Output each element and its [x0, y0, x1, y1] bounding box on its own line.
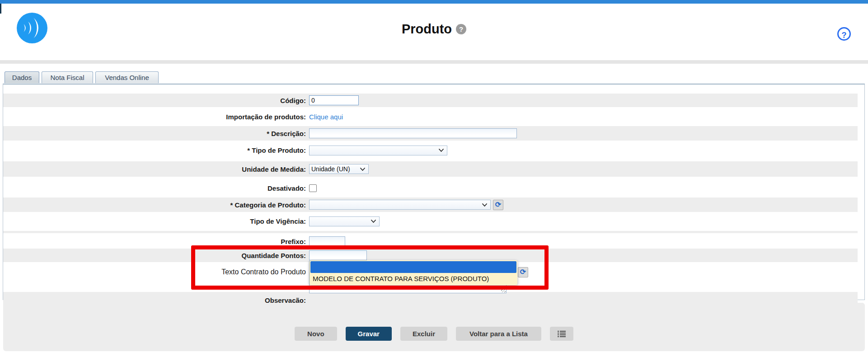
importacao-link[interactable]: Clique aqui [309, 113, 343, 121]
excluir-button[interactable]: Excluir [400, 327, 447, 341]
prefixo-label: Prefixo: [3, 238, 306, 245]
row-desativado: Desativado: [3, 180, 858, 196]
footer-bar: Novo Gravar Excluir Voltar para a Lista [3, 303, 865, 351]
unidade-label: Unidade de Medida: [3, 165, 306, 173]
tab-nota-fiscal[interactable]: Nota Fiscal [42, 71, 93, 83]
voltar-para-lista-button[interactable]: Voltar para a Lista [456, 327, 541, 341]
row-prefixo: Prefixo: [3, 235, 858, 248]
left-edge-tick [0, 4, 1, 14]
dropdown-option-empty[interactable] [310, 261, 516, 273]
row-importacao: Importação de produtos: Clique aqui [3, 109, 858, 124]
novo-button[interactable]: Novo [295, 327, 337, 341]
title-help-icon[interactable]: ? [456, 24, 466, 34]
prefixo-input[interactable] [309, 236, 345, 246]
list-icon [557, 330, 566, 338]
categoria-select[interactable] [309, 200, 491, 210]
page-header: Produto? [0, 22, 868, 37]
descricao-label: * Descrição: [3, 130, 306, 137]
vigencia-select[interactable] [309, 216, 380, 226]
page-title: Produto [402, 22, 452, 37]
importacao-label: Importação de produtos: [3, 113, 306, 121]
header-divider [0, 60, 868, 64]
desativado-label: Desativado: [3, 184, 306, 192]
help-icon[interactable]: ? [837, 27, 851, 41]
categoria-label: * Categoria de Produto: [3, 201, 306, 209]
dropdown-option-modelo-contrato[interactable]: MODELO DE CONTRATO PARA SERVIÇOS (PRODUT… [310, 273, 516, 284]
resize-grip-icon[interactable] [501, 288, 506, 292]
chevron-down-icon [360, 167, 366, 171]
codigo-input[interactable] [309, 95, 359, 105]
chevron-down-icon [438, 148, 444, 152]
top-accent-bar [0, 0, 868, 4]
row-codigo: Código: [3, 94, 858, 107]
texto-contrato-refresh-icon[interactable]: ⟳ [518, 267, 528, 277]
quantidade-pontos-label: Quantidade Pontos: [3, 252, 306, 259]
list-view-button[interactable] [550, 327, 573, 341]
row-descricao: * Descrição: [3, 126, 858, 141]
tab-vendas-online[interactable]: Vendas Online [95, 71, 159, 83]
quantidade-pontos-input[interactable] [309, 250, 367, 260]
texto-contrato-dropdown-list: MODELO DE CONTRATO PARA SERVIÇOS (PRODUT… [310, 260, 517, 285]
tipo-produto-select[interactable] [309, 146, 447, 155]
unidade-select[interactable]: Unidade (UN) [309, 164, 369, 174]
row-spacer [3, 231, 858, 233]
vigencia-label: Tipo de Vigência: [3, 217, 306, 225]
row-vigencia: Tipo de Vigência: [3, 214, 858, 229]
chevron-down-icon [482, 203, 488, 207]
row-categoria: * Categoria de Produto: ⟳ [3, 197, 858, 212]
descricao-input[interactable] [309, 128, 517, 138]
codigo-label: Código: [3, 97, 306, 104]
row-unidade: Unidade de Medida: Unidade (UN) [3, 161, 858, 177]
texto-contrato-label: Texto Contrato do Produto [3, 268, 306, 276]
gravar-button[interactable]: Gravar [346, 327, 392, 341]
row-tipo-produto: * Tipo de Produto: [3, 143, 858, 158]
tab-dados[interactable]: Dados [5, 71, 39, 83]
form-panel: Código: Importação de produtos: Clique a… [3, 84, 865, 300]
tab-bar: Dados Nota Fiscal Vendas Online [5, 71, 159, 83]
chevron-down-icon [371, 219, 376, 223]
tipo-produto-label: * Tipo de Produto: [3, 146, 306, 154]
categoria-refresh-icon[interactable]: ⟳ [493, 200, 503, 210]
unidade-value: Unidade (UN) [311, 165, 360, 173]
desativado-checkbox[interactable] [309, 184, 317, 192]
button-row: Novo Gravar Excluir Voltar para a Lista [3, 303, 865, 341]
